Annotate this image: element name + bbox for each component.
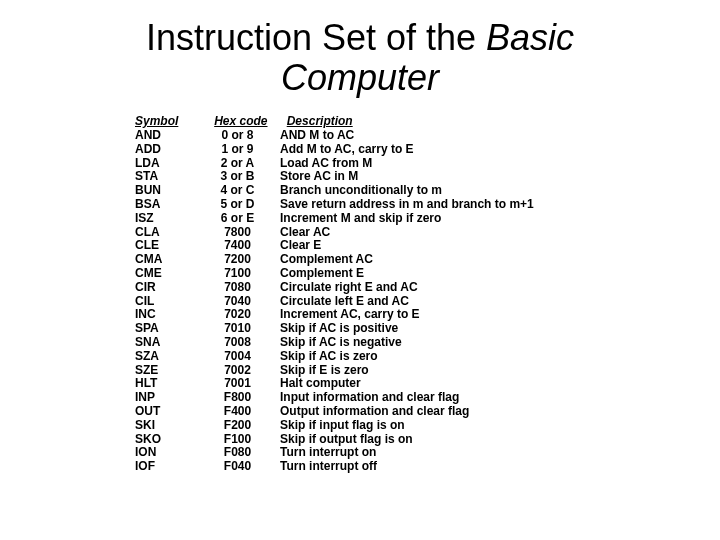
cell-symbol: INP [135,391,205,405]
cell-desc: Branch unconditionally to m [270,184,442,198]
cell-symbol: ADD [135,143,205,157]
cell-hex: 3 or B [205,170,270,184]
cell-hex: F800 [205,391,270,405]
title-line2-italic: Computer [281,57,439,98]
cell-symbol: CME [135,267,205,281]
title-line1-plain: Instruction Set of the [146,17,486,58]
cell-symbol: OUT [135,405,205,419]
cell-hex: 7100 [205,267,270,281]
table-row: SZA7004Skip if AC is zero [135,350,720,364]
cell-hex: F100 [205,433,270,447]
cell-hex: 7002 [205,364,270,378]
cell-hex: 7400 [205,239,270,253]
cell-symbol: CLE [135,239,205,253]
cell-desc: Clear AC [270,226,330,240]
cell-desc: Save return address in m and branch to m… [270,198,534,212]
cell-desc: Skip if E is zero [270,364,369,378]
cell-symbol: CIR [135,281,205,295]
table-row: INPF800Input information and clear flag [135,391,720,405]
table-row: STA3 or BStore AC in M [135,170,720,184]
table-row: BSA5 or DSave return address in m and br… [135,198,720,212]
table-row: INC7020Increment AC, carry to E [135,308,720,322]
table-row: HLT7001Halt computer [135,377,720,391]
cell-desc: Complement AC [270,253,373,267]
cell-hex: F400 [205,405,270,419]
cell-hex: 0 or 8 [205,129,270,143]
table-row: CIL7040Circulate left E and AC [135,295,720,309]
table-row: LDA2 or ALoad AC from M [135,157,720,171]
cell-desc: Turn interrupt on [270,446,376,460]
cell-desc: Add M to AC, carry to E [270,143,414,157]
cell-desc: Skip if AC is zero [270,350,378,364]
instruction-table: Symbol Hex code Description AND0 or 8AND… [135,115,720,474]
cell-symbol: SKI [135,419,205,433]
cell-hex: 7004 [205,350,270,364]
table-row: SPA7010Skip if AC is positive [135,322,720,336]
cell-symbol: BUN [135,184,205,198]
table-row: CMA7200Complement AC [135,253,720,267]
cell-symbol: HLT [135,377,205,391]
cell-symbol: CLA [135,226,205,240]
cell-hex: 7200 [205,253,270,267]
cell-hex: 2 or A [205,157,270,171]
title-line1-italic: Basic [486,17,574,58]
table-row: SKIF200Skip if input flag is on [135,419,720,433]
cell-hex: 7008 [205,336,270,350]
cell-hex: 5 or D [205,198,270,212]
cell-hex: F200 [205,419,270,433]
header-symbol: Symbol [135,115,205,129]
cell-desc: Circulate left E and AC [270,295,409,309]
cell-symbol: STA [135,170,205,184]
header-hex: Hex code [208,115,273,129]
cell-symbol: SKO [135,433,205,447]
cell-desc: Increment M and skip if zero [270,212,441,226]
table-row: IONF080Turn interrupt on [135,446,720,460]
cell-desc: Increment AC, carry to E [270,308,420,322]
cell-hex: 7040 [205,295,270,309]
cell-symbol: BSA [135,198,205,212]
cell-desc: Skip if input flag is on [270,419,405,433]
cell-desc: Complement E [270,267,364,281]
table-row: CLE7400Clear E [135,239,720,253]
table-row: IOFF040Turn interrupt off [135,460,720,474]
cell-hex: 7020 [205,308,270,322]
cell-symbol: AND [135,129,205,143]
cell-hex: 7800 [205,226,270,240]
cell-symbol: IOF [135,460,205,474]
cell-desc: Load AC from M [270,157,372,171]
cell-hex: 7001 [205,377,270,391]
cell-symbol: INC [135,308,205,322]
slide: Instruction Set of the Basic Computer Sy… [0,18,720,540]
table-row: CLA7800Clear AC [135,226,720,240]
cell-hex: 7010 [205,322,270,336]
cell-desc: Store AC in M [270,170,358,184]
cell-desc: Turn interrupt off [270,460,377,474]
cell-desc: Output information and clear flag [270,405,469,419]
header-desc: Description [277,115,353,129]
cell-hex: 6 or E [205,212,270,226]
cell-symbol: CMA [135,253,205,267]
table-row: ISZ6 or EIncrement M and skip if zero [135,212,720,226]
cell-symbol: SZA [135,350,205,364]
cell-desc: Skip if AC is positive [270,322,398,336]
cell-symbol: SNA [135,336,205,350]
table-row: SKOF100Skip if output flag is on [135,433,720,447]
table-row: OUTF400Output information and clear flag [135,405,720,419]
cell-hex: F080 [205,446,270,460]
table-row: AND0 or 8AND M to AC [135,129,720,143]
cell-symbol: LDA [135,157,205,171]
cell-desc: Halt computer [270,377,361,391]
table-row: CIR7080Circulate right E and AC [135,281,720,295]
table-row: CME7100Complement E [135,267,720,281]
cell-symbol: ION [135,446,205,460]
cell-symbol: CIL [135,295,205,309]
cell-desc: Skip if AC is negative [270,336,402,350]
cell-desc: Input information and clear flag [270,391,459,405]
cell-desc: Circulate right E and AC [270,281,418,295]
cell-hex: 4 or C [205,184,270,198]
table-row: BUN4 or CBranch unconditionally to m [135,184,720,198]
cell-desc: AND M to AC [270,129,354,143]
cell-hex: 1 or 9 [205,143,270,157]
table-row: ADD1 or 9Add M to AC, carry to E [135,143,720,157]
cell-hex: F040 [205,460,270,474]
